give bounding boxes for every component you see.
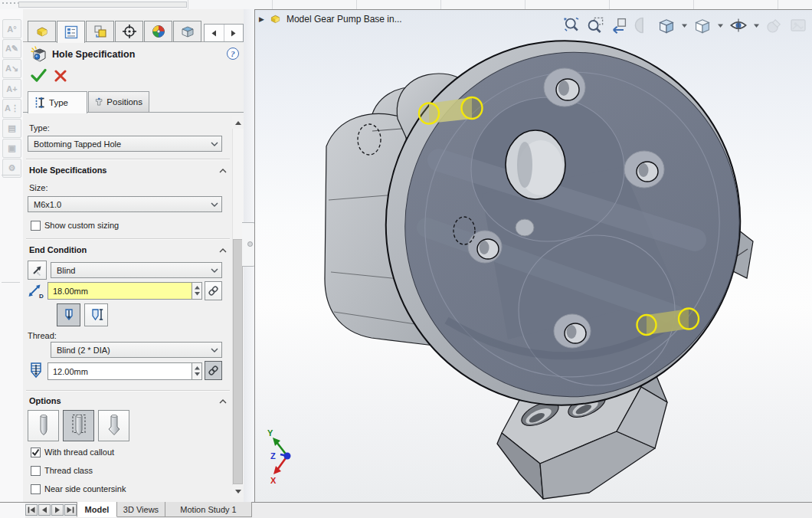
tab-model[interactable]: Model — [77, 502, 117, 517]
tab-positions-label: Positions — [106, 97, 142, 107]
gear-pump-base-model[interactable] — [255, 10, 812, 501]
end-condition-header: End Condition — [29, 245, 87, 254]
orientation-triad: Y X Z — [261, 427, 310, 485]
thread-class-checkbox[interactable] — [31, 466, 41, 476]
svg-text:D: D — [39, 293, 44, 300]
last-tab-button[interactable] — [64, 504, 77, 516]
tab-type[interactable]: Type — [28, 91, 87, 113]
thread-depth-spinner[interactable] — [192, 362, 202, 380]
scrollbar-down-button[interactable] — [232, 485, 244, 497]
type-label: Type: — [29, 123, 50, 133]
annotation-frame-icon[interactable]: ▣ — [2, 139, 21, 158]
collapse-chevron-icon[interactable] — [219, 169, 227, 173]
first-tab-button[interactable] — [25, 504, 38, 516]
collapse-chevron-icon[interactable] — [219, 399, 227, 404]
propertymanager-tab[interactable] — [57, 21, 85, 43]
hole-countersink-icon — [103, 414, 126, 438]
tab-scroll-left-button[interactable] — [205, 25, 224, 41]
display-style-icon[interactable] — [693, 16, 712, 34]
hole-callout-style-plain-button[interactable] — [28, 410, 59, 441]
hide-show-items-icon[interactable] — [729, 16, 748, 34]
scrollbar-up-button[interactable] — [232, 116, 244, 129]
chevron-down-icon — [208, 142, 221, 146]
hole-type-dropdown[interactable]: Bottoming Tapped Hole — [28, 136, 222, 152]
ok-button[interactable] — [31, 68, 47, 83]
positions-tab-icon — [95, 96, 103, 108]
direction-arrow-icon — [31, 264, 44, 277]
dimxpertmanager-tab[interactable] — [115, 21, 143, 42]
apply-scene-icon[interactable] — [789, 16, 807, 34]
edit-appearance-icon[interactable] — [765, 16, 784, 34]
hole-callout-style-dashed-button[interactable] — [63, 410, 94, 441]
end-condition-dropdown[interactable]: Blind — [51, 262, 222, 278]
with-thread-callout-checkbox[interactable] — [31, 448, 41, 457]
annotation-options-icon[interactable]: A⋮ — [2, 99, 21, 118]
thread-depth-field[interactable]: 12.00mm — [47, 362, 192, 380]
collapse-chevron-icon[interactable] — [219, 248, 227, 253]
save-image-icon[interactable]: ▤ — [2, 119, 21, 138]
show-custom-sizing-label: Show custom sizing — [44, 221, 119, 230]
part-icon — [269, 12, 282, 25]
blind-depth-field[interactable]: 18.00mm — [47, 282, 192, 300]
hole-dashed-icon — [67, 414, 90, 438]
scroll-up-icon — [235, 121, 241, 125]
chain-link-icon — [208, 365, 219, 376]
show-custom-sizing-checkbox[interactable] — [31, 221, 41, 231]
blind-depth-spinner[interactable] — [192, 282, 202, 300]
size-dropdown[interactable]: M6x1.0 — [28, 196, 222, 212]
view-orientation-icon[interactable] — [657, 16, 676, 34]
tab-scroll-right-button[interactable] — [224, 25, 244, 41]
graphics-area[interactable]: ▶ Model Gear Pump Base in... — [254, 9, 812, 502]
near-side-countersink-checkbox[interactable] — [31, 484, 41, 494]
zoom-to-area-icon[interactable] — [586, 16, 604, 34]
drill-depth-toggle-tip[interactable] — [84, 303, 108, 326]
spinner-up-icon — [195, 286, 200, 290]
section-view-icon[interactable] — [634, 16, 652, 34]
hole-callout-style-countersink-button[interactable] — [98, 410, 129, 441]
thread-class-label: Thread class — [44, 466, 93, 475]
thread-type-dropdown[interactable]: Blind (2 * DIA) — [51, 342, 222, 358]
panel-title: Hole Specification — [52, 49, 135, 60]
annotation-add-icon[interactable]: A+ — [2, 79, 21, 98]
scroll-down-icon — [235, 490, 241, 493]
view-orientation-dropdown-icon[interactable] — [681, 23, 688, 28]
previous-view-icon[interactable] — [610, 16, 628, 34]
link-depth-button[interactable] — [205, 281, 222, 300]
flyout-expand-arrow[interactable]: ▶ — [259, 15, 264, 23]
blind-depth-icon: D — [27, 283, 45, 300]
spinner-up-icon — [195, 366, 200, 370]
configurationmanager-tab[interactable] — [86, 21, 114, 42]
flange[interactable] — [357, 13, 769, 434]
previous-tab-button[interactable] — [38, 504, 51, 516]
triad-x-label: X — [270, 476, 277, 485]
hide-show-dropdown-icon[interactable] — [753, 23, 760, 28]
zoom-to-fit-icon[interactable] — [562, 16, 581, 34]
size-label: Size: — [29, 183, 47, 192]
display-style-dropdown-icon[interactable] — [717, 23, 724, 28]
link-thread-depth-button[interactable] — [205, 361, 222, 380]
annotation-note-icon[interactable]: A° — [2, 19, 21, 38]
hole-specifications-header: Hole Specifications — [29, 166, 106, 175]
chevron-down-icon — [208, 202, 221, 207]
tab-motion-study-1-label: Motion Study 1 — [180, 505, 236, 514]
flyout-part-name[interactable]: Model Gear Pump Base in... — [286, 14, 402, 25]
help-icon[interactable]: ? — [227, 48, 239, 60]
tab-3d-views[interactable]: 3D Views — [117, 502, 165, 517]
annotation-edit-icon[interactable]: A✎ — [2, 39, 21, 58]
cancel-button[interactable] — [54, 70, 67, 82]
next-tab-button[interactable] — [51, 504, 64, 516]
spinner-down-icon — [195, 372, 200, 376]
reverse-direction-button[interactable] — [28, 261, 47, 280]
scrollbar-thumb[interactable] — [233, 239, 243, 484]
tab-motion-study-1[interactable]: Motion Study 1 — [165, 502, 252, 517]
cam-tab[interactable] — [173, 21, 201, 42]
thread-type-value: Blind (2 * DIA) — [51, 346, 208, 355]
triad-y-label: Y — [267, 428, 273, 438]
featuremanager-tab[interactable] — [28, 21, 56, 42]
chevron-down-icon — [208, 268, 221, 273]
tab-type-label: Type — [49, 98, 68, 107]
annotation-export-icon[interactable]: A↘ — [2, 59, 21, 78]
drill-depth-toggle-near[interactable] — [57, 303, 80, 326]
tab-positions[interactable]: Positions — [88, 91, 149, 113]
displaymanager-tab[interactable] — [144, 21, 172, 42]
